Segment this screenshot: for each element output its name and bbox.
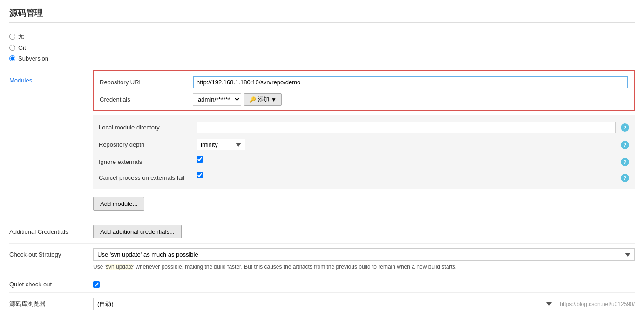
radio-git[interactable]: Git [9, 44, 635, 51]
cancel-externals-checkbox[interactable] [197, 172, 203, 178]
cancel-externals-label: Cancel process on externals fail [99, 172, 197, 181]
module-extra-fields: Local module directory ? Repository dept… [93, 115, 635, 189]
checkout-strategy-select[interactable]: Use 'svn update' as much as possible Alw… [93, 248, 635, 261]
ignore-externals-content [197, 156, 618, 163]
page-title: 源码管理 [9, 7, 635, 23]
add-credentials-inline-button[interactable]: 🔑 添加 ▼ [244, 93, 282, 106]
scm-git-radio[interactable] [9, 45, 15, 51]
checkout-hint: Use 'svn update' whenever possible, maki… [93, 263, 635, 271]
repo-depth-content: infinity empty files immediates [197, 139, 618, 150]
quiet-checkout-checkbox[interactable] [93, 281, 100, 288]
browser-label: 源码库浏览器 [9, 300, 93, 308]
key-icon: 🔑 [249, 96, 256, 103]
local-dir-row: Local module directory ? [93, 119, 635, 136]
scm-none-radio[interactable] [9, 34, 15, 40]
local-dir-help-icon[interactable]: ? [621, 123, 629, 132]
radio-svn[interactable]: Subversion [9, 55, 635, 62]
add-btn-label: 添加 [258, 95, 269, 103]
scm-options: 无 Git Subversion [9, 32, 635, 62]
quiet-checkout-label: Quiet check-out [9, 281, 93, 288]
module-box: Repository URL Credentials admin/****** … [93, 70, 635, 111]
add-module-button[interactable]: Add module... [93, 197, 144, 211]
repo-url-input[interactable] [193, 76, 628, 88]
cancel-externals-content [197, 172, 618, 178]
repo-depth-help-icon[interactable]: ? [621, 141, 629, 149]
radio-none[interactable]: 无 [9, 32, 635, 41]
scm-git-label: Git [18, 44, 26, 51]
browser-select[interactable]: (自动) CollabNetSVN FishEye SVNWeb ViewSVN… [93, 298, 556, 310]
ignore-externals-checkbox[interactable] [197, 156, 203, 163]
credentials-label: Credentials [100, 96, 193, 103]
ignore-externals-label: Ignore externals [99, 156, 197, 165]
local-dir-content [197, 122, 618, 133]
checkout-strategy-label: Check-out Strategy [9, 248, 93, 258]
cancel-externals-help-icon[interactable]: ? [621, 174, 629, 182]
ignore-externals-row: Ignore externals ? [93, 153, 635, 169]
repo-depth-row: Repository depth infinity empty files im… [93, 136, 635, 153]
repo-depth-select[interactable]: infinity empty files immediates [197, 139, 245, 150]
scm-svn-radio[interactable] [9, 55, 15, 61]
local-dir-input[interactable] [197, 122, 616, 133]
scm-svn-label: Subversion [18, 55, 48, 62]
additional-credentials-label: Additional Credentials [9, 228, 93, 235]
ignore-externals-help-icon[interactable]: ? [621, 158, 629, 166]
modules-label: Modules [9, 70, 93, 84]
scm-none-label: 无 [18, 32, 24, 41]
cancel-externals-row: Cancel process on externals fail ? [93, 169, 635, 185]
credentials-select[interactable]: admin/****** [193, 93, 241, 106]
repo-url-label: Repository URL [100, 79, 193, 86]
page-container: 源码管理 无 Git Subversion Modules Repository… [0, 0, 644, 322]
add-additional-credentials-button[interactable]: Add additional credentials... [93, 225, 182, 238]
local-dir-label: Local module directory [99, 122, 197, 131]
browser-link[interactable]: https://blog.csdn.net/u012590/ [560, 301, 635, 307]
repo-depth-label: Repository depth [99, 139, 197, 148]
dropdown-arrow-icon: ▼ [271, 96, 277, 103]
